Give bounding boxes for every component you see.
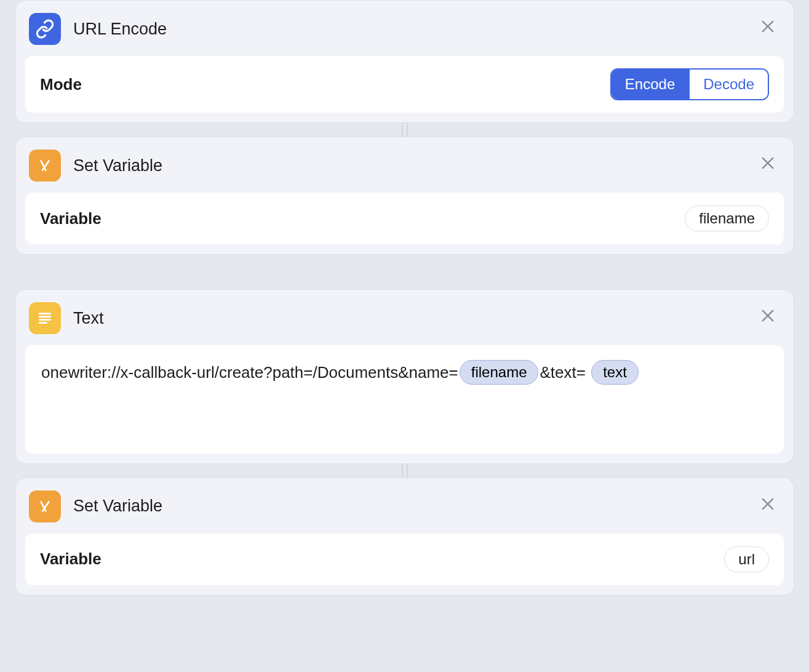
card-title: URL Encode xyxy=(73,20,167,39)
variable-token-filename[interactable]: filename xyxy=(460,360,539,385)
variable-name-pill[interactable]: filename xyxy=(685,206,769,231)
close-icon[interactable] xyxy=(758,494,778,514)
action-card-set-variable: Set Variable Variable filename xyxy=(15,137,794,255)
variable-icon xyxy=(29,490,61,522)
action-card-text: Text onewriter://x-callback-url/create?p… xyxy=(15,289,794,464)
link-icon xyxy=(29,13,61,45)
action-card-set-variable: Set Variable Variable url xyxy=(15,478,794,596)
variable-name-pill[interactable]: url xyxy=(724,546,769,572)
card-body: Mode Encode Decode xyxy=(25,56,784,113)
card-title: Text xyxy=(73,309,104,328)
text-icon xyxy=(29,302,61,334)
card-body: Variable url xyxy=(25,534,784,585)
action-card-url-encode: URL Encode Mode Encode Decode xyxy=(15,0,794,123)
decode-button[interactable]: Decode xyxy=(688,70,768,99)
connector xyxy=(15,464,794,478)
card-body: Variable filename xyxy=(25,193,784,244)
card-header: URL Encode xyxy=(25,10,784,56)
text-segment: &text= xyxy=(540,363,585,382)
connector xyxy=(15,123,794,137)
variable-label: Variable xyxy=(40,550,102,569)
card-header: Text xyxy=(25,300,784,345)
card-title: Set Variable xyxy=(73,497,162,516)
encode-button[interactable]: Encode xyxy=(612,70,688,99)
mode-segmented-control: Encode Decode xyxy=(610,68,769,100)
card-header: Set Variable xyxy=(25,488,784,534)
mode-label: Mode xyxy=(40,75,82,94)
card-header: Set Variable xyxy=(25,147,784,193)
text-content-input[interactable]: onewriter://x-callback-url/create?path=/… xyxy=(25,345,784,454)
variable-icon xyxy=(29,150,61,182)
variable-label: Variable xyxy=(40,209,102,228)
close-icon[interactable] xyxy=(758,306,778,326)
variable-token-text[interactable]: text xyxy=(591,360,639,385)
text-segment: onewriter://x-callback-url/create?path=/… xyxy=(41,363,458,382)
close-icon[interactable] xyxy=(758,153,778,173)
card-title: Set Variable xyxy=(73,156,162,175)
close-icon[interactable] xyxy=(758,17,778,36)
